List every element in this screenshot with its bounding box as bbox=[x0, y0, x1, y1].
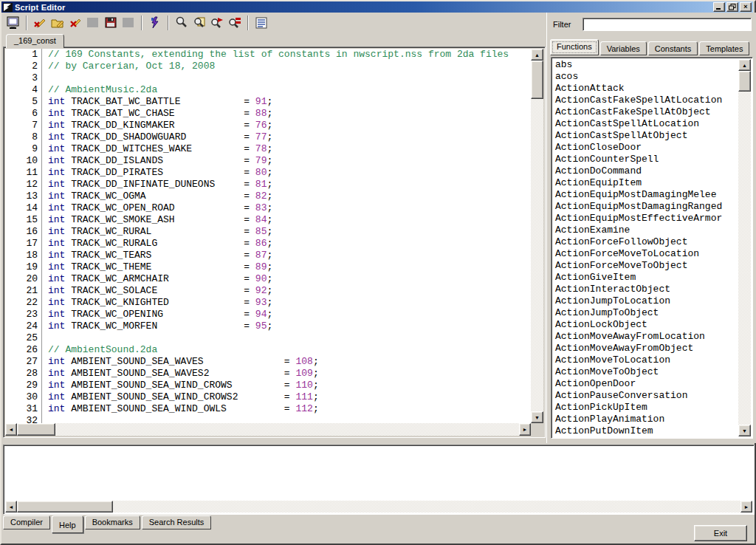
list-vertical-scrollbar[interactable]: ▲ ▼ bbox=[738, 59, 751, 436]
function-list-item[interactable]: ActionCloseDoor bbox=[553, 142, 738, 154]
tab-templates[interactable]: Templates bbox=[699, 41, 749, 55]
scroll-right-icon[interactable]: ► bbox=[519, 423, 531, 436]
tab-search-results[interactable]: Search Results bbox=[142, 515, 212, 529]
function-list-item[interactable]: ActionCounterSpell bbox=[553, 154, 738, 165]
scrollbar-corner bbox=[531, 423, 543, 436]
tab-169-const[interactable]: _169_const bbox=[6, 34, 64, 48]
tab-functions[interactable]: Functions bbox=[550, 39, 599, 55]
line-number: 17 bbox=[5, 238, 42, 250]
function-list-item[interactable]: ActionCastSpellAtLocation bbox=[553, 118, 738, 130]
tab-compiler[interactable]: Compiler bbox=[3, 515, 50, 529]
toolbar-separator bbox=[26, 16, 27, 30]
function-list-item[interactable]: ActionMoveToObject bbox=[553, 366, 738, 378]
tab-bookmarks[interactable]: Bookmarks bbox=[85, 515, 140, 529]
function-list-item[interactable]: ActionOpenDoor bbox=[553, 378, 738, 390]
function-list-item[interactable]: ActionExamine bbox=[553, 224, 738, 236]
exit-button[interactable]: Exit bbox=[694, 525, 747, 541]
scroll-up-icon[interactable]: ▲ bbox=[738, 59, 751, 71]
function-list-item[interactable]: ActionMoveAwayFromLocation bbox=[553, 331, 738, 343]
function-list-item[interactable]: ActionPauseConversation bbox=[553, 390, 738, 402]
browser-tabstrip: Functions Variables Constants Templates bbox=[550, 39, 751, 55]
find-in-files-icon[interactable] bbox=[190, 14, 208, 32]
scrollbar-thumb[interactable] bbox=[738, 71, 751, 92]
function-list-item[interactable]: ActionMoveAwayFromObject bbox=[553, 343, 738, 354]
code-viewport[interactable]: 1// 169 Constants, extending the list of… bbox=[5, 49, 531, 423]
code-line: 12int TRACK_DD_INFINATE_DUNEONS = 81; bbox=[5, 179, 531, 191]
line-number: 15 bbox=[5, 214, 42, 226]
function-list-item[interactable]: ActionAttack bbox=[553, 83, 738, 95]
line-number: 29 bbox=[5, 380, 42, 391]
function-list-item[interactable]: ActionEquipMostDamagingRanged bbox=[553, 201, 738, 213]
scrollbar-thumb[interactable] bbox=[531, 61, 543, 99]
line-number: 10 bbox=[5, 155, 42, 167]
find-replace-icon[interactable] bbox=[226, 14, 244, 32]
find-icon[interactable] bbox=[173, 14, 190, 32]
function-list-item[interactable]: ActionForceMoveToObject bbox=[553, 260, 738, 272]
function-list-item[interactable]: ActionInteractObject bbox=[553, 284, 738, 295]
editor-vertical-scrollbar[interactable]: ▲ ▼ bbox=[531, 49, 543, 423]
filter-input[interactable] bbox=[583, 18, 752, 31]
code-line: 7int TRACK_DD_KINGMAKER = 76; bbox=[5, 120, 531, 131]
delete-script-icon[interactable] bbox=[66, 14, 84, 32]
code-line: 5int TRACK_BAT_WC_BATTLE = 91; bbox=[5, 96, 531, 108]
line-number: 6 bbox=[5, 108, 42, 120]
tab-variables[interactable]: Variables bbox=[600, 41, 647, 55]
find-next-icon[interactable] bbox=[208, 14, 226, 32]
scrollbar-thumb[interactable] bbox=[17, 501, 113, 513]
function-list-item[interactable]: ActionPickUpItem bbox=[553, 402, 738, 414]
function-list-item[interactable]: ActionDoCommand bbox=[553, 165, 738, 177]
scroll-down-icon[interactable]: ▼ bbox=[531, 411, 543, 423]
code-line: 1// 169 Constants, extending the list of… bbox=[5, 49, 531, 61]
function-list-item[interactable]: ActionGiveItem bbox=[553, 272, 738, 284]
function-list-item[interactable]: ActionJumpToObject bbox=[553, 307, 738, 319]
toolbar-separator bbox=[168, 16, 169, 30]
output-panel[interactable]: ◄ ► bbox=[3, 445, 755, 515]
code-line: 13int TRACK_WC_OGMA = 82; bbox=[5, 191, 531, 202]
function-list-item[interactable]: ActionJumpToLocation bbox=[553, 295, 738, 307]
function-list-item[interactable]: acos bbox=[553, 71, 738, 83]
function-list-item[interactable]: ActionForceMoveToLocation bbox=[553, 248, 738, 260]
editor-horizontal-scrollbar[interactable]: ◄ ► bbox=[5, 423, 531, 436]
checkin-monitor-icon[interactable] bbox=[4, 14, 22, 32]
function-list-item[interactable]: ActionMoveToLocation bbox=[553, 354, 738, 366]
scroll-down-icon[interactable]: ▼ bbox=[738, 425, 751, 436]
tab-help[interactable]: Help bbox=[52, 515, 83, 533]
line-number: 16 bbox=[5, 226, 42, 238]
line-number: 27 bbox=[5, 356, 42, 368]
open-script-icon[interactable] bbox=[49, 14, 66, 32]
function-list-item[interactable]: ActionCastSpellAtObject bbox=[553, 130, 738, 142]
close-button[interactable]: × bbox=[740, 2, 752, 12]
function-list-item[interactable]: ActionCastFakeSpellAtLocation bbox=[553, 95, 738, 106]
function-list[interactable]: absacosActionAttackActionCastFakeSpellAt… bbox=[551, 57, 753, 439]
scroll-up-icon[interactable]: ▲ bbox=[531, 49, 543, 61]
minimize-button[interactable] bbox=[713, 2, 725, 12]
function-list-item[interactable]: ActionForceFollowObject bbox=[553, 236, 738, 248]
function-list-item[interactable]: ActionPutDownItem bbox=[553, 425, 738, 436]
scrollbar-thumb[interactable] bbox=[17, 423, 55, 436]
restore-button[interactable] bbox=[726, 2, 738, 12]
function-list-item[interactable]: abs bbox=[553, 59, 738, 71]
code-line: 6int TRACK_BAT_WC_CHASE = 88; bbox=[5, 108, 531, 120]
function-list-item[interactable]: ActionEquipMostEffectiveArmor bbox=[553, 213, 738, 224]
function-list-item[interactable]: ActionEquipItem bbox=[553, 177, 738, 189]
scroll-right-icon[interactable]: ► bbox=[740, 501, 752, 513]
function-list-item[interactable]: ActionEquipMostDamagingMelee bbox=[553, 189, 738, 201]
output-horizontal-scrollbar[interactable]: ◄ ► bbox=[5, 501, 752, 513]
titlebar[interactable]: Script Editor × bbox=[1, 1, 753, 13]
line-number: 28 bbox=[5, 368, 42, 380]
scroll-left-icon[interactable]: ◄ bbox=[5, 423, 17, 436]
close-icon: × bbox=[743, 4, 747, 10]
code-line: 14int TRACK_WC_OPEN_ROAD = 83; bbox=[5, 202, 531, 214]
function-list-item[interactable]: ActionLockObject bbox=[553, 319, 738, 331]
script-properties-icon[interactable] bbox=[252, 14, 270, 32]
function-list-item[interactable]: ActionCastFakeSpellAtObject bbox=[553, 106, 738, 118]
scroll-left-icon[interactable]: ◄ bbox=[5, 501, 17, 513]
new-script-icon[interactable] bbox=[31, 14, 49, 32]
save-script-icon[interactable] bbox=[102, 14, 120, 32]
tab-constants[interactable]: Constants bbox=[648, 41, 698, 55]
code-line: 22int TRACK_WC_KNIGHTED = 93; bbox=[5, 297, 531, 309]
code-line: 19int TRACK_WC_THEME = 89; bbox=[5, 261, 531, 273]
function-list-item[interactable]: ActionPlayAnimation bbox=[553, 414, 738, 425]
filter-label: Filter bbox=[553, 20, 583, 29]
compile-script-icon[interactable] bbox=[146, 14, 164, 32]
